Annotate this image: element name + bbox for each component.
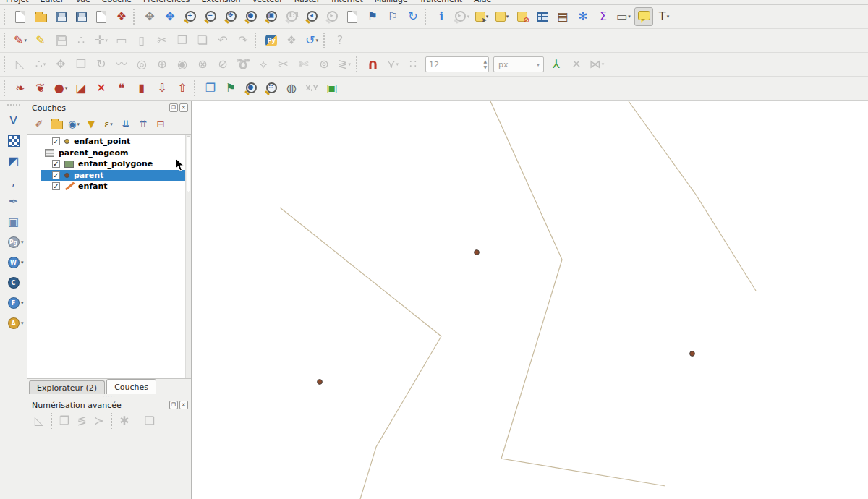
toolbar-grip[interactable] (4, 33, 7, 48)
layer-visibility-checkbox[interactable]: ✓ (52, 182, 60, 190)
add-group-button[interactable] (48, 116, 64, 132)
close-panel-icon[interactable]: ✕ (179, 401, 188, 409)
toolbar-grip[interactable] (4, 56, 7, 72)
annotation-baseline-button[interactable]: ❦ (31, 79, 50, 98)
layer-visibility-checkbox[interactable]: ✓ (52, 171, 60, 179)
close-panel-icon[interactable]: ✕ (179, 103, 188, 112)
dropdown-arrow-icon[interactable]: ▾ (21, 300, 24, 306)
dropdown-arrow-icon[interactable]: ▾ (315, 38, 318, 43)
toolbar-grip[interactable] (7, 104, 20, 108)
map-tips-button[interactable] (634, 7, 653, 26)
undock-panel-icon[interactable]: ❐ (169, 401, 178, 409)
menu-item-projet[interactable]: Projet (6, 0, 29, 4)
dock-tab-couches[interactable]: Couches (106, 379, 156, 394)
menu-item-traitement[interactable]: Traitement (420, 0, 462, 4)
enable-snapping-button[interactable]: U (363, 55, 382, 74)
toolbar-grip[interactable] (425, 9, 428, 25)
annotation-eraser-button[interactable]: ◪ (72, 79, 90, 98)
python-console-button[interactable]: Py (262, 31, 281, 50)
menu-item-extension[interactable]: Extension (202, 0, 241, 4)
zoom-full-button[interactable]: ✥ (221, 7, 240, 26)
pan-map-button[interactable]: ✥ (140, 7, 159, 26)
collapse-all-button[interactable]: ⇈ (135, 116, 151, 132)
current-edits-button[interactable]: ✎▾ (11, 31, 30, 50)
extent-marker-button[interactable]: ▣ (323, 79, 341, 98)
add-wcs-layer-button[interactable]: C (4, 273, 23, 292)
dropdown-arrow-icon[interactable]: ▾ (628, 14, 631, 20)
menu-item-vue[interactable]: Vue (75, 0, 90, 4)
topological-editing-button[interactable]: ⅄ (547, 55, 566, 74)
new-map-view-button[interactable] (343, 7, 362, 26)
open-project-button[interactable] (31, 7, 50, 26)
menu-item-couche[interactable]: Couche (102, 0, 132, 4)
annotation-marker-button[interactable]: ❧ (11, 79, 30, 98)
add-wfs-layer-button[interactable]: F▾ (4, 294, 23, 312)
text-annotation-button[interactable]: T▾ (655, 7, 673, 26)
refresh-map-button[interactable]: ↻ (404, 7, 422, 26)
zoom-last-button[interactable]: ◂ (302, 7, 321, 26)
dropdown-arrow-icon[interactable]: ▾ (21, 239, 24, 245)
field-calculator-button[interactable]: ▤ (553, 7, 572, 26)
dropdown-arrow-icon[interactable]: ▾ (396, 61, 399, 67)
open-layer-styling-button[interactable]: ✐ (31, 116, 47, 132)
save-project-button[interactable] (51, 7, 70, 26)
menu-item-aide[interactable]: Aide (474, 0, 491, 4)
add-delimited-text-layer-button[interactable]: , (4, 172, 23, 191)
dropdown-arrow-icon[interactable]: ▾ (110, 121, 113, 127)
select-by-value-button[interactable]: ▾ (493, 7, 511, 26)
dropdown-arrow-icon[interactable]: ▾ (21, 320, 24, 326)
menu-item-vecteur[interactable]: Vecteur (252, 0, 283, 4)
menu-item-prfrences[interactable]: Préférences (143, 0, 190, 4)
export-features-button[interactable]: ⇧ (173, 79, 192, 98)
dock-tab-explorateur2[interactable]: Explorateur (2) (29, 380, 105, 394)
scrollbar-thumb[interactable] (187, 136, 190, 192)
snapping-unit-select[interactable]: px (493, 56, 544, 72)
dropdown-arrow-icon[interactable]: ▾ (21, 260, 24, 265)
expand-all-button[interactable]: ⇊ (118, 116, 134, 132)
zoom-in-button[interactable]: + (181, 7, 200, 26)
globe-view-button[interactable]: ◍ (282, 79, 301, 98)
filter-by-expression-button[interactable]: ε▾ (101, 116, 116, 132)
toolbar-grip[interactable] (4, 80, 7, 96)
annotation-delete-button[interactable]: ✕ (92, 79, 111, 98)
layer-tree-scrollbar[interactable] (185, 135, 191, 378)
toolbar-grip[interactable] (4, 9, 7, 25)
zoom-to-points-button[interactable]: ● (242, 79, 260, 98)
toolbar-grip[interactable] (323, 33, 327, 48)
manage-map-themes-button[interactable]: ◉▾ (66, 116, 82, 132)
annotation-book-button[interactable]: ▮ (132, 79, 151, 98)
layer-row-enfant_point[interactable]: ✓enfant_point (41, 136, 185, 148)
menu-item-diter[interactable]: Éditer (41, 0, 64, 4)
identify-features-button[interactable]: ℹ (432, 7, 451, 26)
dropdown-arrow-icon[interactable]: ▾ (667, 14, 670, 20)
add-postgis-layer-button[interactable]: Pg▾ (4, 233, 23, 252)
add-wms-layer-button[interactable]: W▾ (4, 253, 23, 272)
toolbar-grip[interactable] (255, 33, 258, 48)
dropdown-arrow-icon[interactable]: ▾ (602, 61, 605, 67)
layer-visibility-checkbox[interactable]: ✓ (52, 137, 60, 145)
layer-visibility-checkbox[interactable]: ✓ (52, 160, 60, 168)
map-canvas[interactable] (192, 101, 868, 499)
layer-row-parent_nogeom[interactable]: parent_nogeom (41, 148, 185, 159)
dropdown-arrow-icon[interactable]: ▾ (65, 85, 68, 91)
dropdown-arrow-icon[interactable]: ▾ (24, 38, 27, 43)
layer-row-parent[interactable]: ✓parent (41, 170, 185, 182)
toggle-editing-button[interactable]: ✎ (31, 31, 50, 50)
menu-item-maillage[interactable]: Maillage (375, 0, 408, 4)
dropdown-arrow-icon[interactable]: ▾ (506, 14, 509, 20)
spinner-arrows-icon[interactable]: ▲▼ (483, 59, 487, 70)
style-manager-button[interactable]: ❖ (112, 7, 131, 26)
revert-edits-button[interactable]: ↺▾ (302, 31, 321, 50)
add-arcgis-layer-button[interactable]: A▾ (4, 314, 23, 333)
filter-legend-button[interactable]: ▼ (83, 116, 99, 132)
save-project-as-button[interactable] (72, 7, 90, 26)
snapping-tolerance-spinbox[interactable]: 12▲▼ (425, 56, 489, 72)
zoom-to-cluster-button[interactable]: ∷ (262, 79, 281, 98)
menu-item-raster[interactable]: Raster (294, 0, 320, 4)
toolbar-grip[interactable] (194, 80, 197, 96)
add-mesh-layer-button[interactable]: ◩ (4, 152, 23, 171)
add-raster-layer-button[interactable] (4, 132, 23, 150)
toolbar-grip[interactable] (133, 9, 137, 25)
processing-toolbox-button[interactable]: ✻ (574, 7, 592, 26)
zoom-to-selection-button[interactable]: ● (242, 7, 260, 26)
